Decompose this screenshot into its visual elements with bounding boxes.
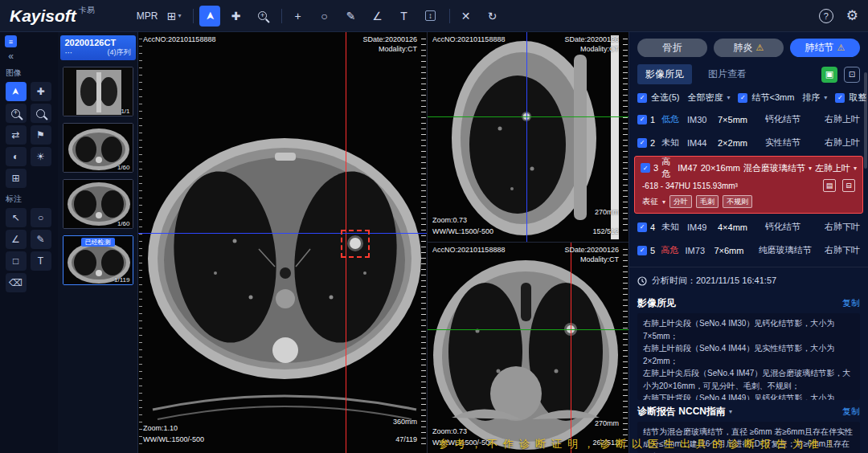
zoom-level: Zoom:0.73 [432,427,467,435]
nodule-location-dropdown[interactable]: 左肺上叶 [815,162,850,174]
feature-chip[interactable]: 不规则 [723,195,752,208]
gear-icon: ⚙ [846,8,858,23]
pan-tool-button[interactable]: ✚ [226,6,247,27]
nodule-checkbox[interactable]: ✓ [637,138,647,148]
series-thumbnail-4-selected[interactable]: 已经检测 1/119 [63,235,133,285]
crosshair-icon: + [294,10,301,22]
coronal-right-ruler [623,249,628,447]
density-filter[interactable]: 全部密度 [687,92,723,104]
cursor-tool-button[interactable]: ➤ [6,82,27,101]
scale-tool-button[interactable]: ↕ [420,6,441,27]
select-all-checkbox[interactable]: ✓ [637,93,647,103]
zoom-in-button[interactable]: + [6,104,27,123]
series-thumbnail-3[interactable]: 1/60 [63,179,133,229]
ellipse-tool-button[interactable]: ○ [314,6,335,27]
image-tools-grid: ➤ ✚ + ⇄ ⚑ ◐ ☀ ⊞ [3,82,55,188]
coronal-reference-line[interactable] [428,116,628,117]
zoom-level: Zoom:1.10 [143,424,178,432]
feature-chip[interactable]: 分叶 [669,195,692,208]
nodule-type: 实性结节 [765,137,809,149]
pneumonia-label: 肺炎 [734,41,753,55]
detail-button[interactable]: ▤ [823,179,836,192]
flag-button[interactable]: ⚑ [31,125,51,145]
secondary-viewports: AccNO:202101158888 SDate:20200126 Modali… [428,32,628,453]
reset-view-button[interactable]: ↻ [482,6,503,27]
delete-icon: ⊟ [845,182,852,190]
tab-findings[interactable]: 影像所见 [637,64,692,84]
nodule-risk: 高危 [661,244,682,256]
capture-icon: ⊡ [849,70,855,79]
text-tool-button[interactable]: T [394,6,415,27]
nodule-checkbox[interactable]: ✓ [637,246,647,255]
coronal-viewport[interactable]: AccNO:202101158888 SDate:20200126 Modali… [428,243,628,453]
ai-findings-panel: 骨折 肺炎 ⚠ 肺结节 ⚠ 影像所见 图片查看 ▣ [628,32,868,453]
nodule-row-2[interactable]: ✓ 2 未知 IM44 2×2mm 实性结节 右肺上叶 [629,131,868,154]
nodule-row-1[interactable]: ✓ 1 低危 IM30 7×5mm 钙化结节 右肺上叶 [629,108,868,131]
delete-button[interactable]: ⊟ [842,179,855,192]
nodule-type-dropdown[interactable]: 混合磨玻璃结节 [743,162,805,174]
capture-button[interactable]: ⊡ [844,67,860,83]
scale-box-icon: ↕ [425,10,436,21]
more-icon[interactable]: ⋯ [65,48,73,57]
fracture-button[interactable]: 骨折 [637,39,707,57]
nodule-checkbox[interactable]: ✓ [637,222,647,232]
lung-nodule-button[interactable]: 肺结节 ⚠ [790,39,860,57]
eraser-button[interactable]: ⌫ [6,273,27,292]
help-button[interactable]: ? [819,9,833,23]
slice-counter: 47/119 [395,435,417,443]
angle-tool-button[interactable]: ∠ [367,6,388,27]
settings-button[interactable]: ⚙ [846,7,858,24]
rail-top: ≡ « [3,35,55,62]
zoom-tool-button[interactable]: + [252,6,273,27]
copy-findings-button[interactable]: 复制 [842,297,860,309]
text-annotation-button[interactable]: T [31,251,51,271]
coronal-reference-line[interactable] [138,233,427,234]
nodule-checkbox[interactable]: ✓ [641,163,650,173]
panel-scrollbar[interactable] [864,72,867,169]
sort-dropdown[interactable]: 排序 [802,92,820,104]
axial-reference-line[interactable] [428,329,628,330]
nodule-checkbox[interactable]: ✓ [637,115,647,124]
toolbar-separator [193,9,194,23]
nodule-row-3-selected[interactable]: ✓ 3 高危 IM47 20×16mm 混合磨玻璃结节 ▾ 左肺上叶 ▾ -61… [634,156,863,214]
flip-button[interactable]: ⇄ [6,125,27,145]
cursor-tool-button[interactable]: ➤ [199,6,220,27]
tag-label-dropdown[interactable]: 表征 [642,196,658,207]
axial-reference-line[interactable] [526,32,527,242]
rect-annotation-button[interactable]: □ [6,251,27,271]
search-button[interactable] [31,104,51,123]
series-thumbnail-2[interactable]: 1/60 [63,123,133,173]
copy-report-button[interactable]: 复制 [842,406,860,418]
nodule-row-3[interactable]: ✓ 3 高危 IM47 20×16mm 混合磨玻璃结节 ▾ 左肺上叶 ▾ [637,157,861,178]
axial-viewport[interactable]: AccNO:202101158888 SDate:20200126 Modali… [138,32,428,453]
export-green-button[interactable]: ▣ [821,67,837,83]
nodule-roi-box[interactable] [341,230,370,258]
brightness-button[interactable]: ☀ [31,147,51,166]
collapse-panel-button[interactable]: « [5,51,17,62]
sagittal-viewport[interactable]: AccNO:202101158888 SDate:20200126 Modali… [428,32,628,243]
angle-annotation-button[interactable]: ∠ [6,230,27,249]
ellipse-annotation-button[interactable]: ○ [31,208,51,227]
study-list-icon[interactable]: ≡ [5,35,17,47]
pan-tool-button[interactable]: ✚ [31,82,51,101]
small-nodule-checkbox[interactable]: ✓ [738,93,747,103]
series-thumbnail-1[interactable]: 1/1 [63,67,133,116]
contrast-button[interactable]: ◐ [6,147,27,166]
crosshair-tool-button[interactable]: + [288,6,309,27]
pneumonia-button[interactable]: 肺炎 ⚠ [714,39,784,57]
round-checkbox[interactable]: ✓ [835,93,845,103]
pencil-tool-button[interactable]: ✎ [341,6,362,27]
thumbnail-counter: 1/60 [117,164,130,171]
clear-annotations-button[interactable]: ✕ [456,6,477,27]
arrow-annotation-button[interactable]: ↖ [6,208,27,227]
pencil-annotation-button[interactable]: ✎ [31,230,51,249]
feature-chip[interactable]: 毛刺 [696,195,719,208]
layout-grid-button[interactable]: ⊞ [6,169,27,188]
nodule-row-5[interactable]: ✓ 5 高危 IM73 7×6mm 纯磨玻璃结节 右肺下叶 [629,239,868,262]
layout-select-button[interactable]: ⊞ ▾ [164,6,185,27]
series-header[interactable]: 20200126CT ⋯ (4)序列 [60,35,136,60]
sagittal-reference-line[interactable] [571,243,571,453]
nodule-row-4[interactable]: ✓ 4 未知 IM49 4×4mm 钙化结节 右肺下叶 [629,215,868,239]
tab-image-view[interactable]: 图片查看 [700,64,755,84]
angle-icon: ∠ [372,10,383,22]
